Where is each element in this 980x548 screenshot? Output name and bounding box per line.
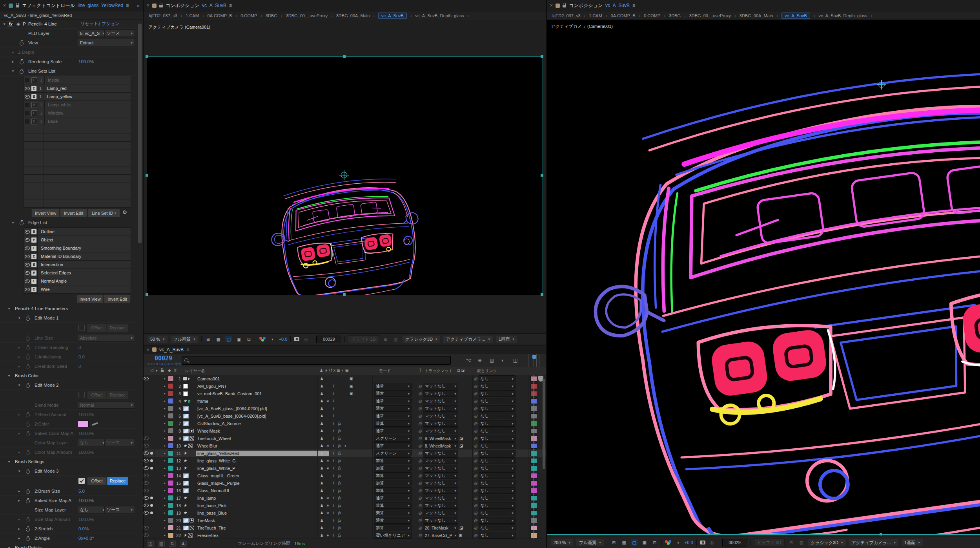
pixel-aspect-icon[interactable]: ▥: [798, 539, 805, 546]
layer-name[interactable]: line_glass_YellowRed: [196, 451, 329, 456]
layer-switches[interactable]: ♟∗/fx◐▣: [319, 406, 354, 411]
edge-name[interactable]: Outline: [37, 228, 131, 236]
lock-toggle[interactable]: [155, 375, 160, 382]
solo-toggle[interactable]: [149, 464, 155, 472]
twirl-arrow[interactable]: ▸: [162, 487, 168, 494]
blend-mode-select[interactable]: 乗算▾: [374, 502, 412, 509]
eye-toggle[interactable]: [24, 230, 31, 234]
renderer-select[interactable]: クラシック3D▾: [808, 539, 846, 546]
line-set-name[interactable]: Base: [44, 117, 131, 125]
twirl-closed-icon[interactable]: ▸: [17, 499, 21, 502]
matte-pickwhip-icon[interactable]: ◎: [418, 399, 422, 403]
invert-edit-button[interactable]: Invert Edit: [60, 209, 87, 217]
size-map-layer-select[interactable]: なし▾: [78, 506, 107, 513]
parent-pickwhip-icon[interactable]: ◎: [474, 384, 477, 388]
brush-color-header[interactable]: ▾ Brush Color: [0, 371, 137, 380]
label-color-chip[interactable]: [168, 532, 174, 539]
blend-mode-select[interactable]: 通常▾: [374, 427, 412, 434]
matte-pickwhip-icon[interactable]: ◎: [418, 503, 422, 508]
solo-toggle[interactable]: [149, 502, 155, 509]
layer-switches[interactable]: ♟∗/fx◐▣: [319, 444, 354, 448]
matte-pickwhip-icon[interactable]: ◎: [418, 496, 422, 500]
twirl-open-icon[interactable]: ▾: [7, 460, 11, 464]
parent-select[interactable]: なし▾: [479, 532, 516, 539]
stopwatch-icon[interactable]: [26, 535, 30, 541]
eye-toggle[interactable]: [144, 509, 149, 517]
matte-pickwhip-icon[interactable]: ◎: [418, 466, 422, 470]
layer-name[interactable]: [vc_A_SuvB_base_[0064-0200].pld]: [196, 413, 268, 419]
twirl-arrow[interactable]: ▸: [162, 517, 168, 524]
random-seed-value[interactable]: 0: [78, 364, 81, 369]
eye-toggle[interactable]: [144, 457, 149, 464]
graph-editor-icon[interactable]: ◫: [513, 358, 517, 363]
twirl-closed-icon[interactable]: ▸: [11, 50, 15, 54]
edit-badge[interactable]: E: [31, 287, 36, 292]
blend-mode-select[interactable]: 通常▾: [374, 383, 412, 389]
solo-toggle[interactable]: [149, 449, 155, 457]
twirl-arrow[interactable]: ▸: [162, 435, 168, 442]
layer-switches[interactable]: ♟∗/fx◐▣: [319, 496, 354, 500]
stopwatch-icon[interactable]: [26, 488, 30, 494]
current-frame-field[interactable]: 00029: [722, 539, 747, 546]
parent-pickwhip-icon[interactable]: ◎: [474, 511, 477, 515]
line-set-row[interactable]: E 1 Lamp_yellow: [24, 93, 131, 101]
lock-toggle[interactable]: [155, 502, 160, 509]
stopwatch-icon[interactable]: [26, 354, 30, 360]
edit-badge[interactable]: E: [31, 270, 36, 276]
label-color-chip[interactable]: [168, 397, 174, 405]
lock-toggle[interactable]: [155, 427, 160, 435]
twirl-open-icon[interactable]: ▾: [11, 69, 15, 73]
parent-pickwhip-icon[interactable]: ◎: [474, 526, 477, 530]
breadcrumb-item[interactable]: 3DBG ‹: [266, 13, 286, 18]
panel-title[interactable]: エフェクトコントロール: [22, 2, 75, 9]
edit-badge[interactable]: E: [31, 94, 36, 99]
lock-toggle[interactable]: [155, 472, 160, 479]
timeline-tab[interactable]: vc_A_SuvB: [159, 347, 184, 353]
edit-badge[interactable]: E: [31, 102, 37, 108]
matte-pickwhip-icon[interactable]: ◎: [418, 384, 422, 388]
table-row[interactable]: ▸ 6 [vc_A_SuvB_base_[0064-0200].pld] ♟∗/…: [144, 412, 546, 420]
twirl-open-icon[interactable]: ▾: [17, 469, 21, 473]
blend-mode-select[interactable]: 加算▾: [374, 487, 412, 494]
solo-toggle[interactable]: [149, 442, 155, 449]
matte-pickwhip-icon[interactable]: ◎: [418, 473, 422, 478]
offset-button[interactable]: Offset: [87, 477, 107, 485]
zoom-select[interactable]: 200 %▾: [551, 539, 573, 546]
layer-name[interactable]: TireTouch_Wheel: [196, 436, 232, 441]
solo-toggle[interactable]: [149, 524, 155, 532]
matte-pickwhip-icon[interactable]: ◎: [418, 526, 422, 530]
eye-toggle[interactable]: [24, 271, 31, 275]
blend-mode-select[interactable]: 加算▾: [374, 480, 412, 486]
stretch-value[interactable]: 0.0%: [78, 526, 89, 531]
label-color-chip[interactable]: [168, 375, 174, 382]
edit-mode-checkbox[interactable]: [78, 478, 85, 484]
eye-toggle[interactable]: [144, 472, 149, 479]
label-color-chip[interactable]: [168, 524, 174, 532]
eye-toggle[interactable]: [24, 255, 31, 258]
eyedropper-icon[interactable]: [92, 422, 98, 426]
parent-select[interactable]: なし▾: [479, 517, 516, 524]
matte-pickwhip-icon[interactable]: ◎: [418, 451, 422, 455]
twirl-arrow[interactable]: ▸: [162, 479, 168, 487]
color-map-layer-select[interactable]: なし▾: [78, 439, 107, 446]
matte-t-column-label[interactable]: T: [419, 368, 421, 373]
breadcrumb-item[interactable]: vc_A_SuvB_Depth_glass ‹: [415, 13, 473, 18]
fast-previews-button[interactable]: ドラフト 3D: [754, 539, 785, 546]
line-set-empty-row[interactable]: E: [24, 183, 131, 191]
layer-switches[interactable]: ♟∗/fx◐▣: [319, 436, 354, 440]
edit-badge[interactable]: E: [31, 229, 36, 234]
parent-pickwhip-icon[interactable]: ◎: [474, 406, 477, 411]
track-matte-select[interactable]: 8. WheelMask▾: [423, 435, 458, 442]
frame-blending-icon[interactable]: ▤: [490, 358, 494, 363]
twirl-closed-icon[interactable]: ▸: [17, 345, 21, 349]
solo-toggle[interactable]: [149, 397, 155, 405]
table-row[interactable]: ▸ 7 CstShadow_A_Source ♟∗/fx◐▣ 乗算▾ ◎ マット…: [144, 420, 546, 427]
layer-name[interactable]: CstShadow_A_Source: [196, 421, 242, 426]
twirl-arrow[interactable]: ▸: [162, 412, 168, 420]
edit-badge[interactable]: E: [31, 110, 37, 116]
parent-pickwhip-icon[interactable]: ◎: [474, 503, 477, 508]
region-of-interest-icon[interactable]: ▣: [235, 336, 242, 342]
solo-toggle[interactable]: [149, 405, 155, 412]
layer-name[interactable]: line_base_Blue: [196, 510, 228, 516]
baked-color-map-value[interactable]: 100.0%: [78, 431, 94, 436]
